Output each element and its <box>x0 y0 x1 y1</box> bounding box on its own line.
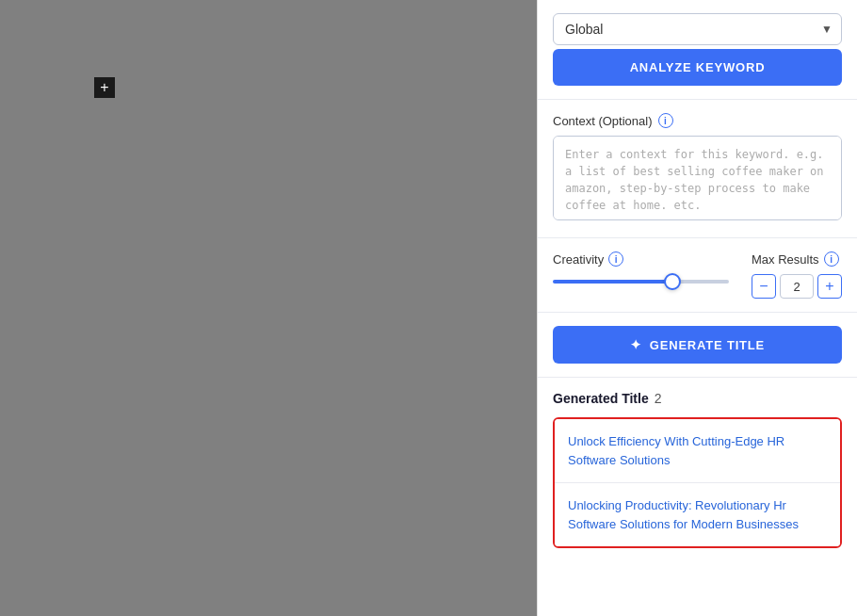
max-results-group: Max Results i − + <box>752 251 842 299</box>
add-element-button[interactable]: + <box>94 77 115 98</box>
context-info-icon[interactable]: i <box>658 113 673 128</box>
context-label-row: Context (Optional) i <box>553 113 842 128</box>
generated-title-header: Generated Title 2 <box>553 391 842 406</box>
generate-section: ✦ GENERATE TITLE <box>538 313 857 378</box>
max-results-value[interactable] <box>780 274 814 299</box>
result-item-2[interactable]: Unlocking Productivity: Revolutionary Hr… <box>555 482 840 546</box>
generated-title-section: Generated Title 2 Unlock Efficiency With… <box>538 378 857 561</box>
region-select[interactable]: Global United States United Kingdom Cana… <box>553 13 842 45</box>
creativity-slider[interactable] <box>553 280 729 284</box>
result-text-1: Unlock Efficiency With Cutting-Edge HR S… <box>568 434 784 467</box>
creativity-info-icon[interactable]: i <box>608 251 623 267</box>
wand-icon: ✦ <box>630 337 642 352</box>
controls-row: Creativity i Max Results i − + <box>553 251 842 299</box>
increment-button[interactable]: + <box>817 274 842 299</box>
generated-title-label: Generated Title <box>553 391 649 406</box>
result-text-2: Unlocking Productivity: Revolutionary Hr… <box>568 498 799 531</box>
context-section: Context (Optional) i <box>538 100 857 238</box>
creativity-label-row: Creativity i <box>553 251 729 267</box>
creativity-label: Creativity <box>553 252 604 267</box>
generate-title-label: GENERATE TITLE <box>650 338 765 352</box>
creativity-group: Creativity i <box>553 251 729 291</box>
context-textarea[interactable] <box>553 136 842 220</box>
right-panel: Global United States United Kingdom Cana… <box>537 0 857 616</box>
analyze-keyword-button[interactable]: ANALYZE KEYWORD <box>553 49 842 86</box>
max-results-label-row: Max Results i <box>752 251 842 267</box>
generated-title-count: 2 <box>655 391 662 406</box>
decrement-button[interactable]: − <box>752 274 776 299</box>
creativity-slider-wrapper <box>553 272 729 291</box>
max-results-info-icon[interactable]: i <box>824 251 839 267</box>
max-results-label: Max Results <box>752 252 819 267</box>
result-item-1[interactable]: Unlock Efficiency With Cutting-Edge HR S… <box>555 419 840 482</box>
keyword-section: Global United States United Kingdom Cana… <box>538 0 857 100</box>
results-container: Unlock Efficiency With Cutting-Edge HR S… <box>553 417 842 548</box>
max-results-stepper: − + <box>752 274 842 299</box>
context-label-text: Context (Optional) <box>553 114 653 128</box>
controls-section: Creativity i Max Results i − + <box>538 238 857 313</box>
region-select-wrapper: Global United States United Kingdom Cana… <box>553 13 842 45</box>
canvas-area: + <box>0 0 537 616</box>
generate-title-button[interactable]: ✦ GENERATE TITLE <box>553 326 842 364</box>
